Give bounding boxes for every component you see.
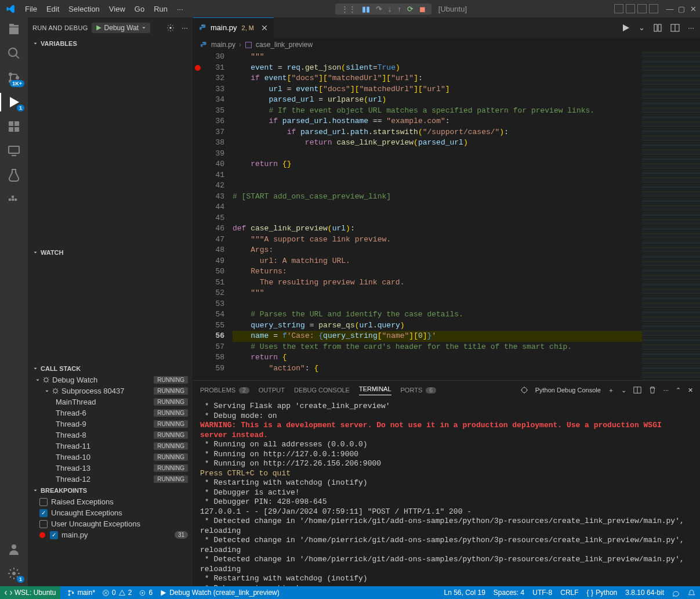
remote-explorer-icon[interactable] <box>7 144 21 158</box>
problems-indicator[interactable]: 0 2 <box>102 589 132 597</box>
checkbox[interactable] <box>39 520 48 528</box>
add-terminal-icon[interactable]: ＋ <box>608 386 614 395</box>
panel-tab-terminal[interactable]: TERMINAL <box>359 385 391 395</box>
docker-icon[interactable] <box>7 193 21 207</box>
language-indicator[interactable]: { }Python <box>587 589 618 597</box>
callstack-row[interactable]: Thread-9RUNNING <box>28 418 193 430</box>
minimap[interactable] <box>642 52 700 380</box>
callstack-row[interactable]: Subprocess 80437RUNNING <box>28 385 193 396</box>
chevron-down-icon[interactable]: ⌄ <box>639 23 645 32</box>
encoding-indicator[interactable]: UTF-8 <box>532 589 552 597</box>
terminal-output[interactable]: * Serving Flask app 'create_link_preview… <box>193 399 700 586</box>
split-icon[interactable] <box>670 23 680 33</box>
callstack-row[interactable]: Thread-6RUNNING <box>28 407 193 418</box>
compare-icon[interactable] <box>653 23 662 33</box>
remote-indicator[interactable]: WSL: Ubuntu <box>0 586 60 599</box>
gear-icon[interactable] <box>166 24 175 32</box>
menubar: FileEditSelectionViewGoRun··· <box>20 2 188 16</box>
layout-icon[interactable] <box>637 4 647 13</box>
run-icon[interactable] <box>621 23 630 33</box>
close-icon[interactable]: ✕ <box>688 4 698 13</box>
menu-view[interactable]: View <box>104 2 130 16</box>
callstack-header[interactable]: CALL STACK <box>28 363 193 374</box>
layout-icon[interactable] <box>614 4 623 13</box>
debug-drag-icon[interactable]: ⋮⋮ <box>341 5 356 13</box>
terminal-profile[interactable]: Python Debug Console <box>535 387 601 394</box>
feedback-icon[interactable] <box>672 589 680 597</box>
accounts-icon[interactable] <box>7 542 21 556</box>
close-icon[interactable] <box>261 24 268 31</box>
checkbox[interactable] <box>39 509 48 517</box>
breakpoint-option[interactable]: Raised Exceptions <box>28 496 193 507</box>
python-version[interactable]: 3.8.10 64-bit <box>625 589 664 597</box>
scm-badge: 1K+ <box>10 80 24 87</box>
debug-status[interactable]: Debug Watch (create_link_preview) <box>159 589 280 597</box>
editor: main.py 2, M ⌄ ··· main.py › case_link_p… <box>193 17 700 586</box>
debug-toolbar[interactable]: ⋮⋮ ▮▮ ↷ ↓ ↑ ⟳ ◼ <box>335 3 431 15</box>
bell-icon[interactable] <box>688 589 695 597</box>
callstack-row[interactable]: Debug WatchRUNNING <box>28 374 193 385</box>
callstack-row[interactable]: Thread-11RUNNING <box>28 441 193 452</box>
callstack-row[interactable]: Thread-10RUNNING <box>28 452 193 463</box>
menu-go[interactable]: Go <box>130 2 149 16</box>
menu-run[interactable]: Run <box>149 2 172 16</box>
maximize-icon[interactable]: ▢ <box>677 4 686 13</box>
ports-indicator[interactable]: 6 <box>139 589 153 597</box>
split-icon[interactable] <box>633 386 641 394</box>
panel-tab-problems[interactable]: PROBLEMS2 <box>200 387 249 394</box>
testing-icon[interactable] <box>7 168 21 182</box>
more-icon[interactable]: ··· <box>688 23 694 32</box>
debug-config-selector[interactable]: Debug Wat <box>92 23 151 33</box>
layout-icon[interactable] <box>649 4 658 13</box>
branch-indicator[interactable]: main* <box>67 589 95 597</box>
debug-step-into-icon[interactable]: ↓ <box>388 5 392 13</box>
breakpoints-header[interactable]: BREAKPOINTS <box>28 485 193 496</box>
eol-indicator[interactable]: CRLF <box>560 589 578 597</box>
cursor-position[interactable]: Ln 56, Col 19 <box>444 589 485 597</box>
menu-edit[interactable]: Edit <box>42 2 64 16</box>
checkbox[interactable] <box>39 498 48 506</box>
menu-file[interactable]: File <box>20 2 42 16</box>
panel-tab-debug-console[interactable]: DEBUG CONSOLE <box>294 387 350 394</box>
variables-header[interactable]: VARIABLES <box>28 38 193 49</box>
source-control-icon[interactable]: 1K+ <box>7 71 21 85</box>
breadcrumb[interactable]: main.py › case_link_preview <box>193 38 700 52</box>
search-icon[interactable] <box>7 46 21 60</box>
debug-restart-icon[interactable]: ⟳ <box>407 5 414 13</box>
checkbox[interactable] <box>50 531 58 539</box>
debug-step-over-icon[interactable]: ↷ <box>376 5 382 13</box>
breakpoint-file[interactable]: main.py31 <box>28 529 193 540</box>
svg-rect-3 <box>9 121 13 126</box>
breakpoint-dot-icon[interactable] <box>195 65 201 71</box>
code-content[interactable]: """ event = req.get_json(silent=True) if… <box>230 52 642 380</box>
more-icon[interactable]: ··· <box>663 387 669 394</box>
panel-tab-ports[interactable]: PORTS6 <box>401 387 436 394</box>
indent-indicator[interactable]: Spaces: 4 <box>494 589 524 597</box>
more-icon[interactable]: ··· <box>182 23 188 32</box>
callstack-row[interactable]: Thread-8RUNNING <box>28 430 193 441</box>
layout-controls[interactable] <box>614 4 658 13</box>
chevron-down-icon[interactable]: ⌄ <box>621 387 626 394</box>
breakpoint-option[interactable]: Uncaught Exceptions <box>28 507 193 518</box>
layout-icon[interactable] <box>626 4 635 13</box>
run-debug-icon[interactable]: 1 <box>7 95 21 109</box>
watch-header[interactable]: WATCH <box>28 247 193 258</box>
menu-···[interactable]: ··· <box>172 2 188 16</box>
breakpoint-option[interactable]: User Uncaught Exceptions <box>28 518 193 529</box>
debug-pause-icon[interactable]: ▮▮ <box>362 5 370 13</box>
trash-icon[interactable] <box>648 386 657 394</box>
close-icon[interactable]: ✕ <box>688 387 693 394</box>
minimize-icon[interactable]: — <box>665 4 674 13</box>
menu-selection[interactable]: Selection <box>64 2 104 16</box>
explorer-icon[interactable] <box>7 22 21 36</box>
extensions-icon[interactable] <box>7 120 21 133</box>
panel-tab-output[interactable]: OUTPUT <box>259 387 285 394</box>
callstack-row[interactable]: Thread-12RUNNING <box>28 474 193 485</box>
chevron-up-icon[interactable]: ⌃ <box>676 387 681 394</box>
callstack-row[interactable]: MainThreadRUNNING <box>28 396 193 407</box>
callstack-row[interactable]: Thread-13RUNNING <box>28 463 193 474</box>
debug-stop-icon[interactable]: ◼ <box>419 5 426 13</box>
editor-tab[interactable]: main.py 2, M <box>193 17 274 38</box>
settings-icon[interactable]: 1 <box>7 566 21 580</box>
debug-step-out-icon[interactable]: ↑ <box>397 5 401 13</box>
